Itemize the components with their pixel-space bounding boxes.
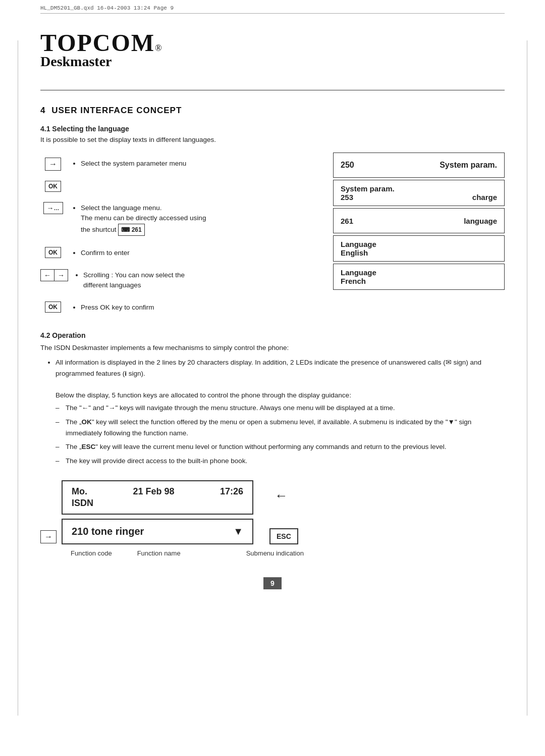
section-title: USER INTERFACE CONCEPT — [51, 106, 182, 115]
sublist-item-1: The "←" and "→" keys will navigate throu… — [56, 402, 505, 414]
instr-icon-4: OK — [40, 247, 66, 258]
instr-icon-5: ← → — [40, 269, 68, 281]
shortcut-icon: ⌨ 261 — [118, 224, 144, 236]
instr-row-6: OK Press OK key to confirm — [40, 296, 323, 319]
arrow-right-icon-diagram: → — [40, 530, 57, 543]
sublist-item-4: The key will provide direct access to th… — [56, 456, 505, 467]
section-divider — [40, 90, 505, 90]
display-box-1: 250 System param. — [333, 153, 505, 178]
ok-icon-3: OK — [45, 301, 61, 313]
page: HL_DM5201_GB.qxd 16-04-2003 13:24 Page 9… — [0, 0, 545, 756]
instr-icon-1: → — [40, 158, 66, 171]
label-submenu: Submenu indication — [246, 549, 304, 557]
page-number-area: 9 — [40, 577, 505, 589]
screen-lower-text: 210 tone ringer — [72, 526, 144, 537]
instr-text-6: Press OK key to confirm — [74, 301, 154, 314]
instr-icon-6: OK — [40, 301, 66, 313]
down-arrow-icon: ▼ — [233, 526, 243, 537]
section-number: 4 — [40, 106, 45, 115]
instr-text-5: Scrolling : You can now select thediffer… — [76, 269, 185, 292]
label-function-code: Function code — [71, 549, 112, 557]
subsection-42-heading: 4.2 Operation — [40, 331, 505, 339]
instr-icon-2: OK — [40, 181, 66, 192]
display-box-5: Language French — [333, 264, 505, 290]
left-margin-rule — [18, 40, 18, 716]
instruction-right-col: 250 System param. System param. 253 char… — [333, 153, 505, 319]
esc-button: ESC — [264, 528, 298, 544]
arrow-dots-icon: →… — [43, 202, 63, 214]
instruction-grid: → Select the system parameter menu OK — [40, 153, 505, 319]
screen-block: Mo. 21 Feb 98 17:26 ISDN 210 tone ringer… — [62, 480, 253, 544]
subsection-41-heading: 4.1 Selecting the language — [40, 125, 505, 133]
diagram-outer: → Mo. 21 Feb 98 17:26 ISDN 210 tone ring… — [40, 480, 505, 544]
operation-section: 4.2 Operation The ISDN Deskmaster implem… — [40, 331, 505, 467]
screen-upper-line1: Mo. 21 Feb 98 17:26 — [72, 486, 243, 497]
display-box-2: System param. 253 charge — [333, 180, 505, 206]
header-meta: HL_DM5201_GB.qxd 16-04-2003 13:24 Page 9 — [40, 0, 505, 14]
arrow-col: ← ESC — [259, 480, 303, 544]
sublist-item-2: The „OK" key will select the function of… — [56, 417, 505, 438]
logo-area: Topcom® Deskmaster — [40, 29, 505, 70]
sublist-item-3: The „ESC" key will leave the current men… — [56, 441, 505, 452]
logo-deskmaster-text: Deskmaster — [40, 54, 505, 70]
screen-upper: Mo. 21 Feb 98 17:26 ISDN — [62, 480, 253, 515]
ok-icon-2: OK — [45, 247, 61, 258]
screen-upper-line2: ISDN — [72, 498, 243, 509]
display-box-4: Language English — [333, 235, 505, 262]
display-box-3: 261 language — [333, 208, 505, 233]
arrows-box-icon: ← → — [40, 269, 68, 281]
logo-reg: ® — [155, 43, 163, 54]
diagram-wrapper: → Mo. 21 Feb 98 17:26 ISDN 210 tone ring… — [40, 480, 505, 557]
logo-topcom: Topcom® — [40, 29, 505, 57]
ok-icon-1: OK — [45, 181, 61, 192]
instr-row-5: ← → Scrolling : You can now select thedi… — [40, 264, 323, 297]
right-margin-rule — [527, 40, 527, 716]
instr-text-1: Select the system parameter menu — [74, 158, 186, 170]
logo-brand-text: Topcom — [40, 29, 155, 57]
instr-icon-3: →… — [40, 202, 66, 214]
instr-row-4: OK Confirm to enter — [40, 242, 323, 264]
operation-list: All information is displayed in the 2 li… — [40, 357, 505, 466]
instruction-left-col: → Select the system parameter menu OK — [40, 153, 323, 319]
instr-text-3: Select the language menu. The menu can b… — [74, 202, 206, 237]
left-icon-col: → — [40, 480, 57, 544]
operation-sublist: The "←" and "→" keys will navigate throu… — [56, 402, 505, 466]
operation-intro: The ISDN Deskmaster implements a few mec… — [40, 342, 505, 354]
instr-row-2: OK — [40, 176, 323, 197]
label-function-name: Function name — [137, 549, 181, 557]
header-meta-text: HL_DM5201_GB.qxd 16-04-2003 13:24 Page 9 — [40, 5, 174, 11]
spacer-top — [40, 489, 57, 524]
instr-row-3: →… Select the language menu. The menu ca… — [40, 197, 323, 242]
section-heading: 4 USER INTERFACE CONCEPT — [40, 106, 505, 116]
operation-item-1: All information is displayed in the 2 li… — [56, 357, 505, 466]
arrow-right-icon-1: → — [45, 158, 61, 171]
page-number: 9 — [263, 577, 282, 589]
diagram-labels: Function code Function name Submenu indi… — [40, 549, 505, 557]
instr-row-1: → Select the system parameter menu — [40, 153, 323, 176]
screen-lower: 210 tone ringer ▼ — [62, 519, 253, 544]
subsection-41-intro: It is possible to set the display texts … — [40, 136, 505, 143]
instr-text-4: Confirm to enter — [74, 247, 130, 259]
back-arrow: ← — [275, 488, 288, 503]
